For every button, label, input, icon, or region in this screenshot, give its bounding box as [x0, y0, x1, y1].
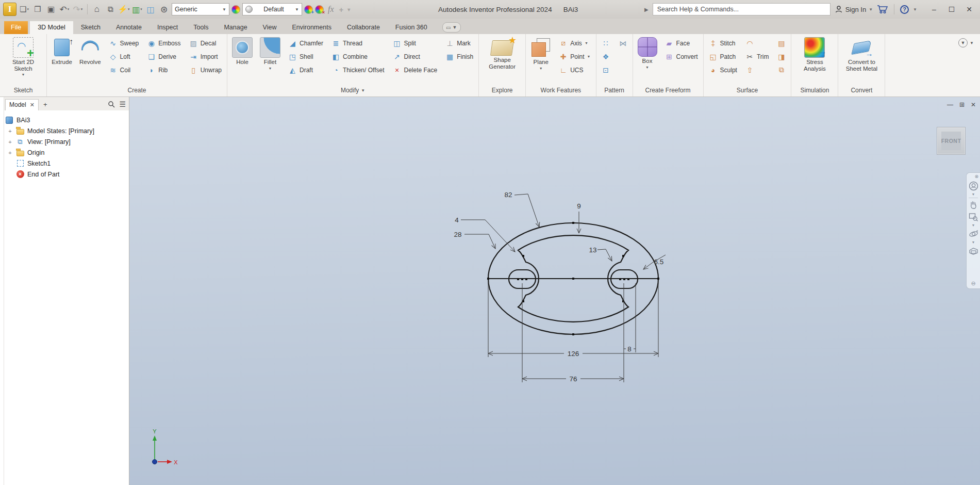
expander-icon[interactable]: +	[7, 150, 13, 156]
copy-button[interactable]	[105, 4, 116, 15]
appearance-dropdown[interactable]: Default ▼	[242, 3, 302, 15]
circular-pattern-button[interactable]: ❖	[600, 51, 612, 62]
sketch-canvas[interactable]: 82 4 28 9 13 6.5 126 76 8 Y	[129, 97, 980, 485]
redo-button[interactable]	[72, 4, 84, 15]
browser-tab-model[interactable]: Model ✕	[5, 99, 39, 110]
derive-button[interactable]: ❏Derive	[145, 51, 182, 62]
doc-minimize-icon[interactable]: —	[947, 101, 953, 108]
maximize-button[interactable]: ☐	[944, 3, 959, 16]
add-tab-button[interactable]: +	[40, 100, 51, 110]
dim-6-5[interactable]: 6.5	[654, 258, 664, 266]
add-appearance-button[interactable]: +	[304, 5, 313, 14]
tab-collaborate[interactable]: Collaborate	[339, 21, 388, 34]
tab-view[interactable]: View	[255, 21, 285, 34]
dim-126[interactable]: 126	[568, 350, 579, 358]
thicken-surface-button[interactable]: ⇧	[743, 64, 771, 75]
convert-button[interactable]: ⊞Convert	[663, 51, 700, 62]
combine-button[interactable]: ◧Combine	[329, 51, 386, 62]
close-icon[interactable]: ✕	[30, 102, 35, 108]
direct-button[interactable]: ↗Direct	[390, 51, 439, 62]
inventor-logo-icon[interactable]: I	[3, 3, 16, 16]
plane-button[interactable]: Plane▼	[529, 36, 553, 71]
revolve-button[interactable]: Revolve	[78, 36, 103, 67]
face-button[interactable]: ▰Face	[663, 38, 700, 48]
tab-3d-model[interactable]: 3D Model	[30, 21, 73, 34]
fillet-button[interactable]: Fillet▼	[258, 36, 282, 71]
dim-13[interactable]: 13	[589, 246, 596, 254]
view-cube-face[interactable]: FRONT	[941, 132, 961, 150]
box-button[interactable]: Box▼	[636, 36, 659, 70]
panel-label-work-features[interactable]: Work Features	[526, 84, 595, 96]
tab-fusion-360[interactable]: Fusion 360	[388, 21, 435, 34]
loft-button[interactable]: ◇Loft	[107, 51, 141, 62]
shell-button[interactable]: ◳Shell	[286, 51, 325, 62]
collapse-icon[interactable]: ⊖	[971, 280, 975, 287]
tab-inspect[interactable]: Inspect	[150, 21, 186, 34]
ribbon-display-options-button[interactable]: ▭▼	[442, 22, 461, 33]
help-icon[interactable]: ?	[900, 5, 909, 14]
ruled-surface-button[interactable]: ▤	[775, 38, 788, 48]
draft-button[interactable]: ◭Draft	[286, 64, 325, 75]
delete-face-button[interactable]: ×Delete Face	[390, 64, 439, 75]
material-browser-button[interactable]	[131, 4, 143, 15]
doc-close-icon[interactable]: ✕	[971, 101, 976, 108]
extend-surface-button[interactable]: ◠	[743, 38, 771, 48]
tab-manage[interactable]: Manage	[216, 21, 255, 34]
close-button[interactable]: ✕	[961, 3, 977, 16]
panel-label-modify[interactable]: Modify▼	[227, 84, 478, 96]
convert-to-sheet-metal-button[interactable]: Convert to Sheet Metal	[841, 36, 882, 73]
patch-button[interactable]: ◱Patch	[707, 51, 739, 62]
appearance-wheel-icon[interactable]	[231, 5, 240, 14]
minimize-button[interactable]: –	[926, 3, 942, 16]
tab-environments[interactable]: Environments	[284, 21, 339, 34]
sign-in-button[interactable]: Sign In ▼	[835, 5, 873, 13]
expander-icon[interactable]: +	[7, 128, 13, 134]
dim-76[interactable]: 76	[569, 375, 577, 383]
thicken-offset-button[interactable]: ◔Thicken/ Offset	[329, 64, 386, 75]
tree-item-model-states[interactable]: + Model States: [Primary]	[5, 125, 127, 136]
panel-label-simulation[interactable]: Simulation	[791, 84, 838, 96]
dim-82[interactable]: 82	[504, 191, 512, 199]
open-button[interactable]	[32, 4, 43, 15]
clear-appearance-button[interactable]: ×	[315, 5, 324, 14]
material-dropdown[interactable]: Generic ▼	[172, 3, 229, 15]
dim-8[interactable]: 8	[627, 345, 632, 353]
ribbon-collapse-button[interactable]: ▼▼	[952, 34, 980, 96]
copy-surface-button[interactable]: ⧉	[775, 64, 788, 75]
thread-button[interactable]: ≣Thread	[329, 38, 386, 48]
tree-item-view[interactable]: + ⧉ View: [Primary]	[5, 136, 127, 147]
extrude-button[interactable]: Extrude	[50, 36, 74, 67]
rib-button[interactable]: ◗Rib	[145, 64, 182, 75]
tab-annotate[interactable]: Annotate	[108, 21, 150, 34]
render-wheel-button[interactable]	[158, 4, 170, 15]
point-button[interactable]: ✚Point▼	[557, 51, 592, 62]
chevron-down-icon[interactable]: ▼	[972, 192, 975, 196]
panel-label-surface[interactable]: Surface	[704, 84, 791, 96]
tree-item-part[interactable]: BAi3	[5, 115, 127, 125]
chevron-down-icon[interactable]: ▼	[972, 240, 975, 244]
stress-analysis-button[interactable]: Stress Analysis	[794, 36, 835, 73]
chevron-down-icon[interactable]: ▼	[913, 7, 917, 12]
tree-item-sketch1[interactable]: Sketch1	[5, 158, 127, 169]
sweep-button[interactable]: ∿Sweep	[107, 38, 141, 48]
dimension-lines[interactable]	[461, 194, 666, 382]
panel-label-create-freeform[interactable]: Create Freeform	[633, 84, 703, 96]
split-button[interactable]: ◫Split	[390, 38, 439, 48]
tab-tools[interactable]: Tools	[186, 21, 216, 34]
tab-sketch[interactable]: Sketch	[73, 21, 108, 34]
panel-expand-icon[interactable]: ▶	[644, 7, 649, 12]
panel-label-convert[interactable]: Convert	[838, 84, 885, 96]
sculpt-button[interactable]: ◕Sculpt	[707, 64, 739, 75]
graphics-viewport[interactable]: 82 4 28 9 13 6.5 126 76 8 Y	[129, 97, 980, 485]
view-cube[interactable]: FRONT	[937, 127, 966, 155]
shape-generator-button[interactable]: Shape Generator	[482, 36, 522, 71]
finish-button[interactable]: ▦Finish	[443, 51, 475, 62]
home-button[interactable]	[91, 4, 103, 15]
stitch-button[interactable]: ‡Stitch	[707, 38, 739, 48]
orbit-icon[interactable]	[968, 229, 978, 239]
emboss-button[interactable]: ◉Emboss	[145, 38, 182, 48]
component-button[interactable]	[145, 4, 156, 15]
panel-label-create[interactable]: Create	[47, 84, 227, 96]
chamfer-button[interactable]: ◢Chamfer	[286, 38, 325, 48]
search-input[interactable]	[653, 3, 830, 15]
